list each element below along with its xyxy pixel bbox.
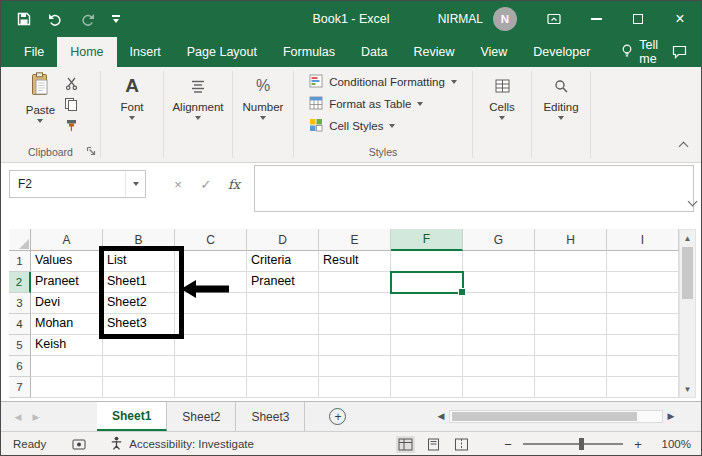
cell-H5[interactable] bbox=[535, 335, 607, 356]
sheet-tab-sheet3[interactable]: Sheet3 bbox=[236, 402, 305, 431]
column-header-I[interactable]: I bbox=[607, 229, 679, 251]
horizontal-scrollbar[interactable]: ◀ ▶ bbox=[433, 405, 679, 427]
row-header-4[interactable]: 4 bbox=[9, 314, 31, 335]
font-group-button[interactable]: A Font bbox=[101, 67, 163, 120]
column-header-C[interactable]: C bbox=[175, 229, 247, 251]
vertical-scrollbar[interactable]: ▲ ▼ bbox=[679, 229, 696, 398]
row-header-7[interactable]: 7 bbox=[9, 377, 31, 398]
cell-D5[interactable] bbox=[247, 335, 319, 356]
cell-C7[interactable] bbox=[175, 377, 247, 398]
cell-A3[interactable]: Devi bbox=[31, 293, 103, 314]
cell-H7[interactable] bbox=[535, 377, 607, 398]
tab-file[interactable]: File bbox=[11, 37, 57, 67]
column-header-D[interactable]: D bbox=[247, 229, 319, 251]
cell-E6[interactable] bbox=[319, 356, 391, 377]
cell-C4[interactable] bbox=[175, 314, 247, 335]
cell-I6[interactable] bbox=[607, 356, 679, 377]
row-header-6[interactable]: 6 bbox=[9, 356, 31, 377]
cell-E7[interactable] bbox=[319, 377, 391, 398]
cell-G1[interactable] bbox=[463, 251, 535, 272]
formula-bar-expand-icon[interactable] bbox=[689, 191, 696, 209]
insert-function-button[interactable]: fx bbox=[220, 177, 248, 192]
cut-icon[interactable] bbox=[61, 75, 81, 91]
row-header-5[interactable]: 5 bbox=[9, 335, 31, 356]
cell-H3[interactable] bbox=[535, 293, 607, 314]
cells-group-button[interactable]: Cells bbox=[473, 67, 531, 120]
sheet-tab-sheet1[interactable]: Sheet1 bbox=[97, 402, 167, 431]
column-header-F[interactable]: F bbox=[391, 229, 463, 251]
cell-G5[interactable] bbox=[463, 335, 535, 356]
cell-I1[interactable] bbox=[607, 251, 679, 272]
minimize-button[interactable] bbox=[575, 1, 617, 37]
cell-C6[interactable] bbox=[175, 356, 247, 377]
cell-E4[interactable] bbox=[319, 314, 391, 335]
alignment-group-button[interactable]: Alignment bbox=[164, 67, 232, 120]
cell-I2[interactable] bbox=[607, 272, 679, 293]
zoom-slider-thumb[interactable] bbox=[579, 438, 584, 450]
cell-G7[interactable] bbox=[463, 377, 535, 398]
zoom-in-button[interactable]: + bbox=[632, 437, 644, 452]
account-name[interactable]: NIRMAL bbox=[438, 12, 483, 26]
vertical-scroll-thumb[interactable] bbox=[682, 247, 693, 299]
formula-input[interactable] bbox=[254, 165, 694, 212]
column-header-H[interactable]: H bbox=[535, 229, 607, 251]
cell-F6[interactable] bbox=[391, 356, 463, 377]
cell-B6[interactable] bbox=[103, 356, 175, 377]
cell-F4[interactable] bbox=[391, 314, 463, 335]
enter-icon[interactable]: ✓ bbox=[192, 177, 220, 192]
new-sheet-button[interactable]: + bbox=[329, 408, 346, 425]
cell-E1[interactable]: Result bbox=[319, 251, 391, 272]
cell-styles-button[interactable]: Cell Styles bbox=[305, 117, 461, 135]
paste-button[interactable]: Paste bbox=[16, 67, 61, 145]
column-header-A[interactable]: A bbox=[31, 229, 103, 251]
row-header-3[interactable]: 3 bbox=[9, 293, 31, 314]
cell-A1[interactable]: Values bbox=[31, 251, 103, 272]
zoom-slider[interactable] bbox=[523, 443, 623, 445]
zoom-out-button[interactable]: − bbox=[502, 437, 514, 452]
cell-E3[interactable] bbox=[319, 293, 391, 314]
page-layout-view-icon[interactable] bbox=[424, 436, 443, 453]
cell-E2[interactable] bbox=[319, 272, 391, 293]
tell-me-button[interactable]: Tell me bbox=[621, 37, 672, 67]
format-painter-icon[interactable] bbox=[61, 117, 81, 133]
cell-G2[interactable] bbox=[463, 272, 535, 293]
cell-A6[interactable] bbox=[31, 356, 103, 377]
normal-view-icon[interactable] bbox=[396, 436, 415, 453]
close-button[interactable]: × bbox=[659, 1, 701, 37]
clipboard-dialog-launcher-icon[interactable] bbox=[86, 142, 96, 160]
cell-F3[interactable] bbox=[391, 293, 463, 314]
column-header-E[interactable]: E bbox=[319, 229, 391, 251]
tab-home[interactable]: Home bbox=[57, 37, 116, 67]
cell-I7[interactable] bbox=[607, 377, 679, 398]
customize-quick-access-icon[interactable] bbox=[112, 15, 120, 23]
cell-D1[interactable]: Criteria bbox=[247, 251, 319, 272]
number-group-button[interactable]: % Number bbox=[233, 67, 293, 120]
cell-C5[interactable] bbox=[175, 335, 247, 356]
cell-C1[interactable] bbox=[175, 251, 247, 272]
undo-icon[interactable] bbox=[48, 13, 63, 26]
column-header-G[interactable]: G bbox=[463, 229, 535, 251]
conditional-formatting-button[interactable]: Conditional Formatting bbox=[305, 73, 461, 91]
cell-I3[interactable] bbox=[607, 293, 679, 314]
cell-I4[interactable] bbox=[607, 314, 679, 335]
cell-E5[interactable] bbox=[319, 335, 391, 356]
copy-icon[interactable] bbox=[61, 96, 81, 112]
scroll-down-icon[interactable]: ▼ bbox=[680, 382, 695, 396]
cell-B7[interactable] bbox=[103, 377, 175, 398]
cell-D3[interactable] bbox=[247, 293, 319, 314]
cell-F5[interactable] bbox=[391, 335, 463, 356]
tab-review[interactable]: Review bbox=[400, 37, 467, 67]
redo-icon[interactable] bbox=[80, 13, 95, 26]
cell-D4[interactable] bbox=[247, 314, 319, 335]
tab-formulas[interactable]: Formulas bbox=[270, 37, 348, 67]
cell-H1[interactable] bbox=[535, 251, 607, 272]
collapse-ribbon-button[interactable] bbox=[680, 136, 687, 154]
sheet-nav-left-icon[interactable]: ◀ bbox=[9, 402, 27, 431]
macro-record-icon[interactable] bbox=[72, 439, 86, 450]
horizontal-scroll-track[interactable] bbox=[449, 410, 663, 423]
cell-A4[interactable]: Mohan bbox=[31, 314, 103, 335]
editing-group-button[interactable]: Editing bbox=[532, 67, 590, 120]
ribbon-display-options-icon[interactable] bbox=[533, 1, 575, 37]
cell-A7[interactable] bbox=[31, 377, 103, 398]
avatar[interactable]: N bbox=[493, 7, 517, 31]
